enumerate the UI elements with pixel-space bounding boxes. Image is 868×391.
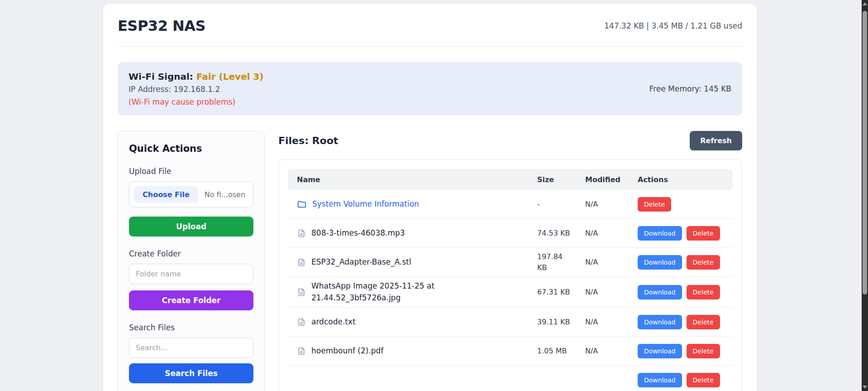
refresh-button[interactable]: Refresh xyxy=(690,131,742,150)
file-name: ESP32_Adapter-Base_A.stl xyxy=(311,256,411,268)
download-button[interactable]: Download xyxy=(638,373,682,387)
folder-icon xyxy=(297,199,307,209)
choose-file-button[interactable]: Choose File xyxy=(134,186,198,203)
storage-usage-text: 147.32 KB | 3.45 MB / 1.21 GB used xyxy=(604,21,742,30)
delete-button[interactable]: Delete xyxy=(687,373,720,387)
file-name-cell: WhatsApp Image 2025-11-25 at 21.44.52_3b… xyxy=(297,280,525,304)
column-header-name: Name xyxy=(297,175,525,184)
status-banner: Wi-Fi Signal: Fair (Level 3) IP Address:… xyxy=(118,62,742,116)
file-actions-cell: DownloadDelete xyxy=(638,226,724,241)
wifi-signal-label: Wi-Fi Signal: xyxy=(129,71,196,82)
file-actions-cell: Delete xyxy=(638,197,724,212)
scrollbar-thumb[interactable] xyxy=(863,11,867,294)
delete-button[interactable]: Delete xyxy=(687,315,720,329)
file-chosen-status: No fi...osen xyxy=(205,190,245,199)
upload-button[interactable]: Upload xyxy=(129,217,253,237)
file-actions-cell: DownloadDelete xyxy=(638,344,724,358)
file-actions-cell: DownloadDelete xyxy=(638,255,724,270)
scrollbar-down-arrow-icon[interactable] xyxy=(863,386,867,389)
page-scrollbar[interactable] xyxy=(862,0,868,391)
upload-file-label: Upload File xyxy=(129,167,253,176)
download-button[interactable]: Download xyxy=(638,315,682,329)
file-size: 39.11 KB xyxy=(537,317,573,327)
file-modified: N/A xyxy=(585,257,626,267)
file-name: ardcode.txt xyxy=(311,316,356,328)
file-icon xyxy=(297,317,306,327)
file-name-cell: 808-3-times-46038.mp3 xyxy=(297,227,525,239)
column-header-modified: Modified xyxy=(585,175,626,184)
file-name-cell: hoembounf (2).pdf xyxy=(297,345,525,357)
delete-button[interactable]: Delete xyxy=(687,344,720,358)
file-name: WhatsApp Image 2025-11-25 at 21.44.52_3b… xyxy=(311,280,501,304)
search-files-button[interactable]: Search Files xyxy=(129,363,253,383)
file-name: hoembounf (2).pdf xyxy=(311,345,383,357)
status-banner-left: Wi-Fi Signal: Fair (Level 3) IP Address:… xyxy=(129,71,263,106)
file-size: 74.53 KB xyxy=(537,228,573,238)
free-memory-text: Free Memory: 145 KB xyxy=(649,84,731,93)
search-input[interactable] xyxy=(129,338,253,358)
create-folder-label: Create Folder xyxy=(129,249,253,258)
table-row: ESP32_Adapter-Base_A.stl 197.84 KB N/A D… xyxy=(288,248,733,277)
delete-button[interactable]: Delete xyxy=(687,255,720,270)
page-title: ESP32 NAS xyxy=(118,17,205,34)
folder-name-input[interactable] xyxy=(129,264,253,284)
scrollbar-up-arrow-icon[interactable] xyxy=(863,2,867,5)
files-table-card: Name Size Modified Actions System Volume… xyxy=(278,159,742,391)
file-size: 67.31 KB xyxy=(537,287,573,297)
quick-actions-panel: Quick Actions Upload File Choose File No… xyxy=(118,131,265,391)
wifi-signal-line: Wi-Fi Signal: Fair (Level 3) xyxy=(129,71,263,82)
file-modified: N/A xyxy=(585,199,626,209)
download-button[interactable]: Download xyxy=(638,226,682,241)
file-modified: N/A xyxy=(585,317,626,327)
download-button[interactable]: Download xyxy=(638,344,682,358)
file-name: 808-3-times-46038.mp3 xyxy=(311,227,405,239)
file-icon xyxy=(297,287,306,297)
file-size: - xyxy=(537,199,573,209)
delete-button[interactable]: Delete xyxy=(687,285,720,299)
table-row: System Volume Information - N/A Delete xyxy=(288,190,733,219)
main-card: ESP32 NAS 147.32 KB | 3.45 MB / 1.21 GB … xyxy=(103,4,757,391)
files-section: Files: Root Refresh Name Size Modified A… xyxy=(278,131,742,391)
download-button[interactable]: Download xyxy=(638,285,682,299)
table-row: 808-3-times-46038.mp3 74.53 KB N/A Downl… xyxy=(288,219,733,248)
page-header: ESP32 NAS 147.32 KB | 3.45 MB / 1.21 GB … xyxy=(118,4,742,47)
file-input[interactable]: Choose File No fi...osen xyxy=(129,181,253,208)
table-row: ardcode.txt 39.11 KB N/A DownloadDelete xyxy=(288,308,733,337)
file-name-cell: ardcode.txt xyxy=(297,316,525,328)
file-icon xyxy=(297,228,306,238)
file-actions-cell: DownloadDelete xyxy=(638,373,724,387)
files-title: Files: Root xyxy=(278,135,338,146)
file-size: 197.84 KB xyxy=(537,251,573,272)
delete-button[interactable]: Delete xyxy=(687,226,720,241)
quick-actions-title: Quick Actions xyxy=(129,143,253,154)
delete-button[interactable]: Delete xyxy=(638,197,671,212)
download-button[interactable]: Download xyxy=(638,255,682,270)
file-modified: N/A xyxy=(585,287,626,297)
wifi-warning-text: (Wi-Fi may cause problems) xyxy=(129,97,263,106)
search-files-label: Search Files xyxy=(129,323,253,332)
file-actions-cell: DownloadDelete xyxy=(638,285,724,299)
ip-address-text: IP Address: 192.168.1.2 xyxy=(129,85,263,94)
table-row: hoembounf (2).pdf 1.05 MB N/A DownloadDe… xyxy=(288,337,733,366)
column-header-size: Size xyxy=(537,175,573,184)
file-actions-cell: DownloadDelete xyxy=(638,315,724,329)
file-name-cell: System Volume Information xyxy=(297,198,525,210)
file-size: 1.05 MB xyxy=(537,346,573,356)
file-modified: N/A xyxy=(585,346,626,356)
wifi-signal-value: Fair (Level 3) xyxy=(196,71,264,82)
table-row: WhatsApp Image 2025-11-25 at 21.44.52_3b… xyxy=(288,277,733,308)
folder-link[interactable]: System Volume Information xyxy=(312,198,419,210)
column-header-actions: Actions xyxy=(638,175,724,184)
table-header-row: Name Size Modified Actions xyxy=(288,169,733,190)
table-body: System Volume Information - N/A Delete 8… xyxy=(288,190,733,391)
table-row: DownloadDelete xyxy=(288,366,733,391)
file-modified: N/A xyxy=(585,228,626,238)
create-folder-button[interactable]: Create Folder xyxy=(129,290,253,310)
file-icon xyxy=(297,346,306,356)
file-icon xyxy=(297,257,306,267)
file-name-cell: ESP32_Adapter-Base_A.stl xyxy=(297,256,525,268)
